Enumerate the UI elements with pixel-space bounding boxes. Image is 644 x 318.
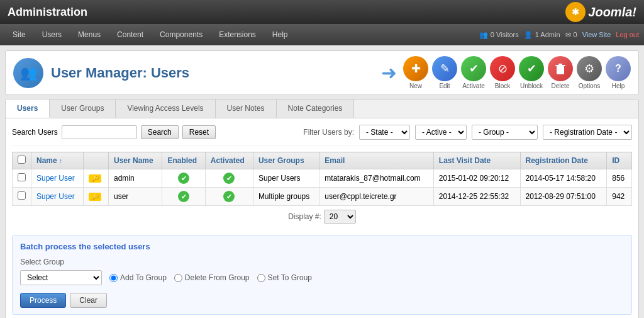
users-icon: 👥 — [13, 58, 43, 88]
delete-button[interactable]: Delete — [548, 56, 573, 89]
new-button-icon: ✚ — [403, 56, 428, 81]
admin-title: Administration — [8, 6, 87, 19]
radio-set-to-group[interactable]: Set To Group — [257, 273, 313, 282]
row-key: 🔑 — [84, 188, 109, 206]
row-name: Super User — [31, 188, 84, 206]
block-button-icon: ⊘ — [490, 56, 515, 81]
activate-button-icon: ✔ — [461, 56, 486, 81]
row-activated: ✔ — [205, 188, 253, 206]
edit-button-icon: ✎ — [432, 56, 457, 81]
row-name: Super User — [31, 169, 84, 188]
radio-add-input[interactable] — [109, 274, 118, 282]
top-header: Administration ✱ Joomla! — [0, 0, 644, 24]
new-button-label: New — [409, 82, 422, 89]
batch-radio-group: Add To Group Delete From Group Set To Gr… — [109, 273, 312, 282]
toolbar: ➜ ✚ New ✎ Edit ✔ Activate ⊘ Block — [381, 56, 631, 89]
reset-button[interactable]: Reset — [182, 125, 216, 139]
row-name-link[interactable]: Super User — [36, 192, 75, 201]
filter-row: Search Users Search Reset Filter Users b… — [12, 125, 632, 145]
search-button[interactable]: Search — [141, 125, 179, 139]
row-name-link[interactable]: Super User — [36, 174, 75, 183]
nav-item-users[interactable]: Users — [35, 26, 69, 43]
col-name[interactable]: Name ↑ — [31, 152, 84, 169]
radio-set-label: Set To Group — [268, 273, 313, 282]
activate-button[interactable]: ✔ Activate — [461, 56, 486, 89]
options-button-icon: ⚙ — [577, 56, 602, 81]
help-button-label: Help — [612, 82, 625, 89]
activate-button-label: Activate — [462, 82, 485, 89]
tab-user-groups[interactable]: User Groups — [50, 99, 116, 118]
col-enabled: Enabled — [162, 152, 205, 169]
group-filter[interactable]: - Group - Super Users Administrator Regi… — [472, 125, 538, 140]
nav-item-extensions[interactable]: Extensions — [211, 26, 264, 43]
page-title: User Manager: Users — [51, 65, 189, 81]
edit-button[interactable]: ✎ Edit — [432, 56, 457, 89]
table-row: Super User 🔑 user ✔ ✔ Multiple groups us… — [13, 188, 632, 206]
nav-left: Site Users Menus Content Components Exte… — [5, 26, 296, 43]
visitors-count: 0 Visitors — [491, 31, 519, 38]
row-id: 856 — [607, 169, 632, 188]
key-icon: 🔑 — [89, 174, 101, 183]
unblock-button-icon: ✔ — [519, 56, 544, 81]
col-reg-date: Registration Date — [520, 152, 607, 169]
filter-left: Search Users Search Reset — [12, 125, 216, 139]
sort-icon: ↑ — [59, 157, 62, 164]
select-all-checkbox[interactable] — [18, 156, 26, 164]
block-button-label: Block — [495, 82, 510, 89]
row-activated: ✔ — [205, 169, 253, 188]
state-filter[interactable]: - State - Enabled Disabled — [359, 125, 410, 140]
tab-note-categories[interactable]: Note Categories — [277, 99, 355, 118]
logout-link[interactable]: Log out — [616, 31, 639, 38]
search-input[interactable] — [62, 125, 137, 139]
new-button[interactable]: ✚ New — [403, 56, 428, 89]
options-button[interactable]: ⚙ Options — [577, 56, 602, 89]
toolbar-arrow: ➜ — [381, 62, 397, 84]
help-button[interactable]: ? Help — [606, 56, 631, 89]
unblock-button[interactable]: ✔ Unblock — [519, 56, 544, 89]
search-label: Search Users — [12, 128, 58, 137]
nav-item-site[interactable]: Site — [5, 26, 33, 43]
active-filter[interactable]: - Active - Active Inactive — [415, 125, 467, 140]
tabs-bar: Users User Groups Viewing Access Levels … — [5, 99, 639, 118]
delete-button-icon — [548, 56, 573, 81]
nav-item-help[interactable]: Help — [265, 26, 296, 43]
options-button-label: Options — [579, 82, 600, 89]
col-groups: User Groups — [253, 152, 319, 169]
view-site-link[interactable]: View Site — [582, 31, 611, 38]
row-reg-date: 2012-08-29 07:51:00 — [520, 188, 607, 206]
tab-viewing-access-levels[interactable]: Viewing Access Levels — [116, 99, 215, 118]
nav-item-content[interactable]: Content — [109, 26, 151, 43]
col-activated: Activated — [205, 152, 253, 169]
nav-item-menus[interactable]: Menus — [70, 26, 108, 43]
row-username: admin — [108, 169, 162, 188]
tab-users[interactable]: Users — [6, 99, 50, 118]
col-username: User Name — [108, 152, 162, 169]
radio-delete-from-group[interactable]: Delete From Group — [174, 273, 250, 282]
process-button[interactable]: Process — [20, 293, 66, 308]
radio-set-input[interactable] — [257, 274, 265, 282]
joomla-logo-icon: ✱ — [565, 2, 586, 22]
col-name-label: Name — [36, 156, 59, 165]
display-row: Display #: 20 50 100 — [12, 206, 632, 227]
batch-group-select[interactable]: Select Super Users Administrator Registe… — [20, 270, 102, 285]
tab-user-notes[interactable]: User Notes — [216, 99, 277, 118]
radio-delete-input[interactable] — [174, 274, 182, 282]
row-groups: Super Users — [253, 169, 319, 188]
nav-item-components[interactable]: Components — [152, 26, 210, 43]
delete-button-label: Delete — [552, 82, 570, 89]
radio-delete-label: Delete From Group — [185, 273, 250, 282]
display-select[interactable]: 20 50 100 — [324, 210, 356, 224]
row-last-visit: 2014-12-25 22:55:32 — [433, 188, 520, 206]
batch-group-label: Select Group — [20, 258, 624, 266]
page-header: 👥 User Manager: Users ➜ ✚ New ✎ Edit ✔ A… — [5, 50, 639, 95]
radio-add-to-group[interactable]: Add To Group — [109, 273, 167, 282]
unblock-button-label: Unblock — [520, 82, 543, 89]
table-row: Super User 🔑 admin ✔ ✔ Super Users mtata… — [13, 169, 632, 188]
activated-check-icon: ✔ — [223, 191, 235, 202]
help-button-icon: ? — [606, 56, 631, 81]
row-checkbox[interactable] — [18, 191, 26, 200]
clear-button[interactable]: Clear — [70, 293, 107, 308]
reg-date-filter[interactable]: - Registration Date - — [543, 125, 632, 140]
row-checkbox[interactable] — [18, 173, 26, 181]
block-button[interactable]: ⊘ Block — [490, 56, 515, 89]
